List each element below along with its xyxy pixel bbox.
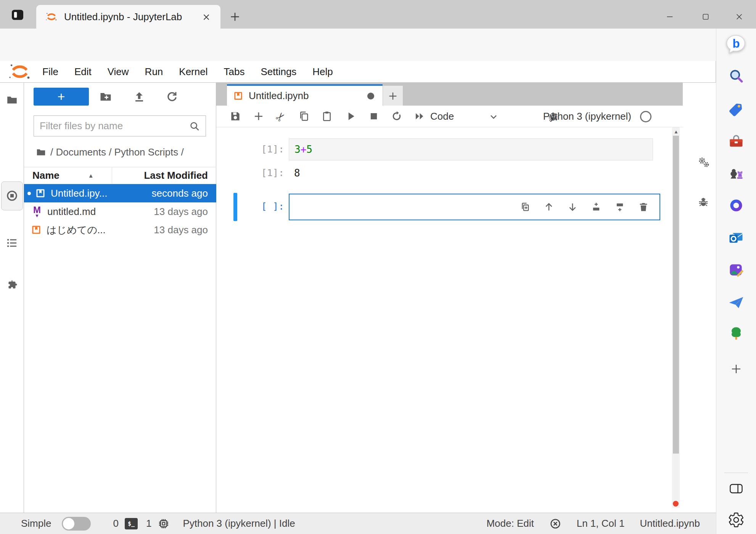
- sidebar-customize-plus-icon[interactable]: [728, 361, 745, 377]
- menu-view[interactable]: View: [100, 61, 137, 82]
- file-browser-panel: + / Documents / Python Scripts /: [24, 83, 216, 513]
- upload-icon[interactable]: [133, 90, 146, 103]
- menu-file[interactable]: File: [34, 61, 66, 82]
- chevron-down-icon[interactable]: [488, 111, 499, 122]
- menu-kernel[interactable]: Kernel: [171, 61, 216, 82]
- jupyterlab-window: File Edit View Run Kernel Tabs Settings …: [0, 61, 716, 534]
- browser-titlebar: Untitled.ipynb - JupyterLab: [0, 0, 756, 29]
- notebook-panel: Untitled.ipynb ✂: [216, 83, 683, 513]
- restart-kernel-icon[interactable]: [391, 111, 402, 122]
- column-modified-header[interactable]: Last Modified: [144, 170, 208, 181]
- sidebar-games-icon[interactable]: [728, 164, 745, 181]
- window-minimize-button[interactable]: [661, 9, 679, 24]
- filter-files-input[interactable]: [34, 120, 189, 132]
- dock-tab-bar: Untitled.ipynb: [216, 83, 683, 106]
- cell-type-dropdown[interactable]: Code: [430, 106, 454, 127]
- sidebar-designer-icon[interactable]: [728, 262, 745, 279]
- file-row-untitled-md[interactable]: M▼ untitled.md 13 days ago: [24, 202, 216, 221]
- move-cell-down-icon[interactable]: [567, 202, 578, 212]
- unsaved-dot: [27, 192, 31, 195]
- column-name-header[interactable]: Name: [32, 170, 60, 181]
- sidebar-search-icon[interactable]: [728, 68, 745, 85]
- save-icon[interactable]: [230, 111, 241, 122]
- cell-output-value: 8: [294, 167, 300, 179]
- copy-cells-icon[interactable]: [298, 111, 310, 122]
- sidebar-panel-toggle-icon[interactable]: [728, 480, 745, 497]
- tab-actions-button[interactable]: [9, 7, 26, 23]
- edge-sidebar: b: [716, 29, 756, 534]
- vertical-scrollbar[interactable]: ▲ ▼: [672, 127, 680, 508]
- file-row-untitled-ipynb[interactable]: Untitled.ipy... seconds ago: [24, 184, 216, 202]
- duplicate-cell-icon[interactable]: [520, 202, 531, 212]
- cell-input-prompt: [ ]:: [216, 201, 284, 212]
- status-bar: Simple 0 $_ 1 Python 3 (ipykernel) | Idl…: [0, 513, 716, 534]
- restart-run-all-icon[interactable]: [414, 111, 425, 122]
- move-cell-up-icon[interactable]: [544, 202, 554, 212]
- add-notebook-tab-button[interactable]: [383, 86, 403, 106]
- kernel-name-button[interactable]: Python 3 (ipykernel): [543, 106, 631, 127]
- kernels-count: 1: [146, 518, 151, 529]
- active-code-cell-input[interactable]: [289, 194, 660, 220]
- interrupt-kernel-icon[interactable]: [368, 111, 380, 122]
- breadcrumb[interactable]: / Documents / Python Scripts /: [24, 144, 184, 160]
- sidebar-divider: [724, 473, 748, 473]
- jupyterlab-menubar: File Edit View Run Kernel Tabs Settings …: [0, 61, 716, 83]
- browser-tab[interactable]: Untitled.ipynb - JupyterLab: [36, 5, 220, 29]
- running-kernels-tab-icon[interactable]: [6, 190, 18, 202]
- right-sidebar-strip: [683, 83, 716, 513]
- unsaved-changes-dot: [367, 93, 374, 99]
- tab-actions-icon: [10, 7, 25, 22]
- scroll-up-icon[interactable]: ▲: [674, 130, 678, 134]
- sidebar-shopping-icon[interactable]: [728, 101, 745, 117]
- cut-cells-icon[interactable]: ✂: [273, 108, 289, 124]
- bing-chat-icon[interactable]: b: [725, 34, 747, 56]
- extensions-tab-icon[interactable]: [6, 279, 18, 290]
- kernel-status-indicator: [640, 111, 651, 122]
- table-of-contents-tab-icon[interactable]: [6, 237, 18, 249]
- file-browser-tab-icon[interactable]: [6, 94, 18, 106]
- menu-tabs[interactable]: Tabs: [216, 61, 253, 82]
- window-maximize-button[interactable]: [697, 9, 714, 24]
- run-cell-icon[interactable]: [345, 111, 357, 122]
- debugger-bug-icon[interactable]: [698, 196, 710, 208]
- new-tab-button[interactable]: [228, 10, 243, 25]
- sidebar-settings-gear-icon[interactable]: [728, 512, 745, 528]
- menu-run[interactable]: Run: [137, 61, 171, 82]
- new-launcher-button[interactable]: +: [34, 88, 89, 106]
- insert-cell-below-icon[interactable]: [614, 202, 625, 212]
- home-folder-icon[interactable]: [36, 147, 46, 157]
- sidebar-microsoft365-icon[interactable]: [728, 197, 745, 214]
- tab-close-icon[interactable]: [201, 12, 211, 22]
- refresh-file-list-icon[interactable]: [166, 90, 179, 103]
- property-inspector-gears-icon[interactable]: [698, 156, 710, 168]
- insert-cell-icon[interactable]: [253, 111, 264, 122]
- tab-title: Untitled.ipynb - JupyterLab: [64, 11, 182, 23]
- browser-navbar: localhost:8889/lab/tree/Documents/Python…: [0, 29, 756, 61]
- file-row-hajimeteno[interactable]: はじめての... 13 days ago: [24, 221, 216, 239]
- cell-input-prompt: [1]:: [216, 144, 284, 155]
- new-folder-icon[interactable]: [99, 90, 112, 103]
- simple-mode-toggle[interactable]: [62, 517, 91, 531]
- menu-settings[interactable]: Settings: [253, 61, 304, 82]
- notebook-toolbar: ✂ Code: [216, 106, 683, 127]
- notebook-tab[interactable]: Untitled.ipynb: [227, 84, 383, 106]
- notebook-tab-icon: [233, 91, 243, 101]
- kernel-status-text: Python 3 (ipykernel) | Idle: [183, 518, 295, 529]
- cursor-position[interactable]: Ln 1, Col 1: [577, 518, 625, 529]
- scrollbar-thumb[interactable]: [673, 136, 679, 454]
- terminals-count: 0: [113, 518, 118, 529]
- sidebar-tools-icon[interactable]: [728, 133, 745, 150]
- breakpoints-circle-x-icon[interactable]: [549, 518, 561, 530]
- code-cell-input[interactable]: 3+5: [289, 138, 653, 160]
- delete-cell-icon[interactable]: [638, 202, 649, 212]
- paste-cells-icon[interactable]: [321, 111, 333, 122]
- sidebar-outlook-icon[interactable]: [728, 229, 745, 246]
- screen: Untitled.ipynb - JupyterLab: [0, 0, 756, 534]
- window-close-button[interactable]: [730, 9, 748, 24]
- menu-help[interactable]: Help: [304, 61, 341, 82]
- simple-mode-label: Simple: [21, 518, 51, 529]
- insert-cell-above-icon[interactable]: [591, 202, 602, 212]
- sidebar-drop-icon[interactable]: [728, 294, 745, 311]
- sidebar-tree-icon[interactable]: [728, 325, 745, 342]
- menu-edit[interactable]: Edit: [66, 61, 100, 82]
